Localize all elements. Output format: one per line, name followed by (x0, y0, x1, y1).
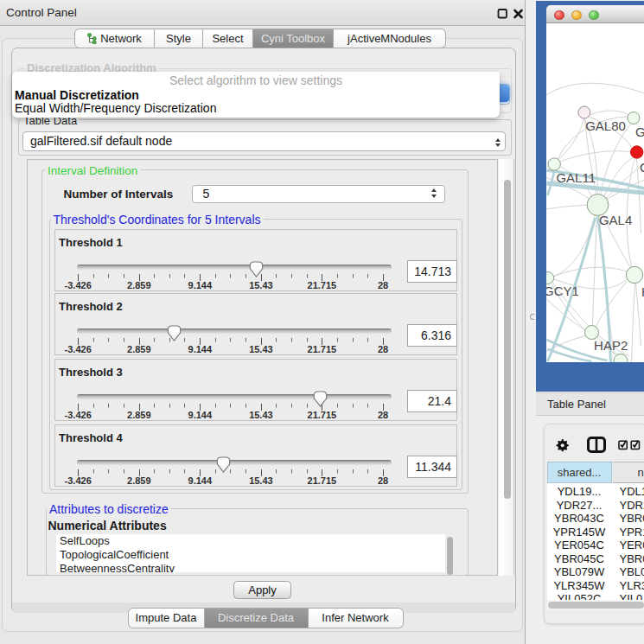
svg-text:GAL4: GAL4 (598, 213, 631, 227)
svg-text:GAL11: GAL11 (556, 170, 596, 185)
svg-text:GCY1: GCY1 (546, 284, 579, 298)
svg-text:C: C (640, 160, 644, 175)
svg-text:GAL80: GAL80 (585, 118, 626, 133)
svg-text:HAP2: HAP2 (594, 338, 628, 353)
svg-text:GA: GA (635, 124, 644, 139)
svg-text:H: H (641, 284, 644, 299)
